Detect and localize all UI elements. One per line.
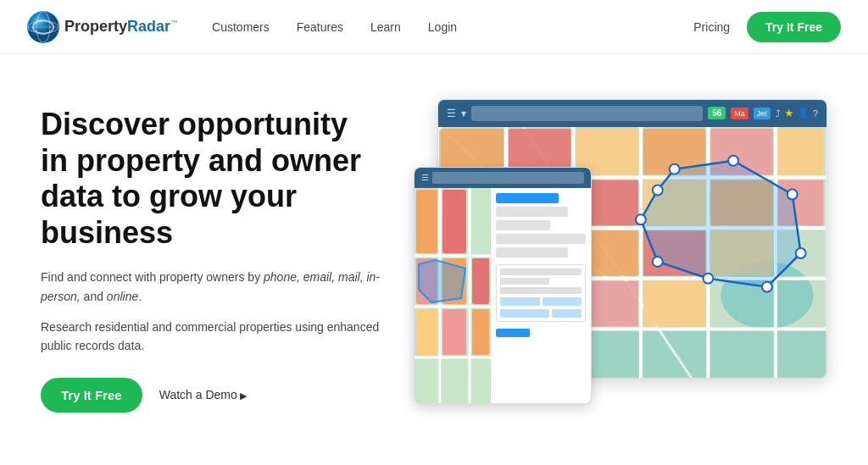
small-app-window: ☰	[414, 167, 592, 404]
main-content: Discover opportunity in property and own…	[0, 54, 868, 465]
tag-ma: Ma	[731, 108, 748, 119]
svg-point-55	[670, 163, 680, 174]
svg-rect-16	[442, 309, 466, 355]
small-titlebar: ☰	[415, 168, 591, 188]
map-titlebar: ☰ ▾ 56 Ma Jet ⤴ ★ 👤 ?	[438, 100, 826, 127]
hero-text-area: Discover opportunity in property and own…	[41, 107, 380, 412]
blue-action-btn	[496, 329, 530, 337]
map-help-icon: ?	[813, 108, 818, 119]
cta-row: Try It Free Watch a Demo	[41, 378, 380, 412]
logo-globe-icon	[27, 11, 59, 43]
svg-rect-53	[643, 280, 706, 326]
small-body	[415, 188, 591, 403]
map-action-icons: ⤴ ★ 👤 ?	[776, 107, 818, 119]
hero-illustration: ☰	[414, 99, 827, 421]
logo-text: PropertyRadar™	[64, 18, 178, 36]
svg-rect-14	[472, 258, 489, 304]
nav-customers[interactable]: Customers	[212, 20, 270, 34]
map-filter-icon: ▾	[461, 108, 466, 119]
card-btn-2	[542, 297, 582, 306]
tag-jet: Jet	[754, 108, 771, 119]
svg-point-63	[653, 185, 663, 195]
pricing-link[interactable]: Pricing	[693, 20, 730, 34]
small-footer: ⊞ ⧉ ☆ ⤴	[415, 403, 591, 404]
small-map-view	[415, 188, 491, 403]
map-share-icon: ⤴	[776, 108, 781, 119]
map-menu-icon: ☰	[447, 108, 456, 119]
list-row-2	[496, 220, 550, 230]
svg-rect-10	[416, 190, 437, 253]
svg-point-60	[703, 273, 713, 283]
small-menu-icon: ☰	[421, 173, 429, 182]
header: PropertyRadar™ Customers Features Learn …	[0, 0, 868, 54]
svg-point-0	[28, 12, 58, 42]
nav-features[interactable]: Features	[297, 20, 343, 34]
logo[interactable]: PropertyRadar™	[27, 11, 178, 43]
map-search-bar	[471, 106, 703, 121]
small-map-svg	[415, 188, 491, 403]
hero-subtitle-1: Find and connect with property owners by…	[41, 268, 380, 306]
svg-point-59	[762, 281, 772, 291]
svg-point-62	[636, 214, 646, 224]
card-btn-1	[500, 297, 540, 306]
card-line-1	[500, 268, 581, 275]
svg-rect-11	[442, 190, 466, 253]
card-btn-4	[552, 309, 581, 318]
svg-point-58	[796, 248, 806, 258]
svg-point-2	[28, 21, 58, 33]
svg-rect-17	[472, 309, 489, 355]
watch-demo-link[interactable]: Watch a Demo	[159, 388, 247, 401]
hero-subtitle-2: Research residential and commercial prop…	[41, 318, 380, 356]
nav-login[interactable]: Login	[428, 20, 457, 34]
svg-point-57	[787, 189, 798, 199]
list-row-3	[496, 234, 586, 244]
main-nav: Customers Features Learn Login	[212, 20, 693, 34]
list-row-4	[496, 247, 568, 257]
map-user-icon: 👤	[798, 108, 810, 119]
list-row-1	[496, 207, 568, 217]
card-btn-3	[500, 309, 549, 318]
header-try-free-button[interactable]: Try It Free	[747, 12, 841, 42]
small-list-panel	[491, 188, 591, 403]
list-card	[496, 264, 586, 322]
svg-rect-38	[778, 128, 824, 174]
card-line-3	[500, 287, 581, 294]
map-star-icon: ★	[784, 107, 794, 119]
list-item-highlight	[496, 193, 559, 203]
small-search-bar	[432, 172, 584, 184]
svg-point-61	[653, 256, 663, 266]
card-btn-row-2	[500, 309, 581, 318]
header-right: Pricing Try It Free	[693, 12, 841, 42]
card-btn-row	[500, 297, 581, 306]
nav-learn[interactable]: Learn	[370, 20, 401, 34]
svg-marker-18	[419, 260, 465, 302]
card-line-2	[500, 278, 549, 285]
svg-rect-15	[416, 309, 437, 355]
hero-title: Discover opportunity in property and own…	[41, 107, 380, 251]
result-count-badge: 56	[708, 107, 726, 119]
svg-point-56	[728, 155, 738, 165]
hero-try-free-button[interactable]: Try It Free	[41, 378, 142, 412]
